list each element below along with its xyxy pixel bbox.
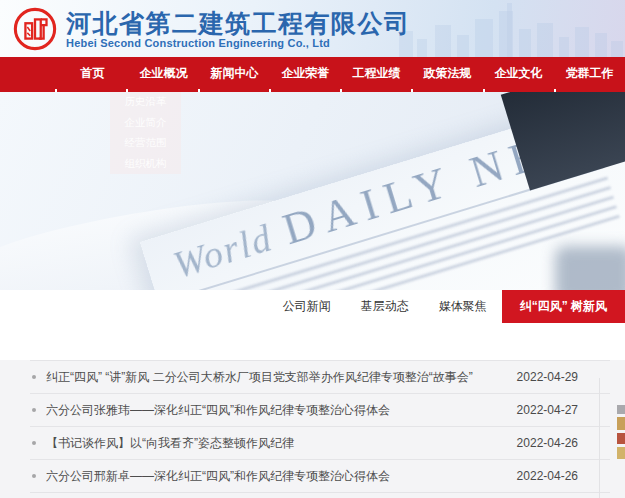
bullet-icon: [32, 474, 36, 478]
news-row: 【书记谈作风】以“向我看齐”姿态整顿作风纪律 2022-04-26: [30, 426, 610, 459]
nav-item[interactable]: 企业荣誉: [270, 57, 341, 89]
floating-widget-fragment[interactable]: [617, 405, 625, 459]
nav-item[interactable]: 政策法规: [412, 57, 483, 89]
news-row: 六分公司邢新卓——深化纠正“四风”和作风纪律专项整治心得体会 2022-04-2…: [30, 459, 610, 492]
nav-dropdown-company-profile: 历史沿革 企业简介 经营范围 组织机构: [110, 92, 181, 174]
news-title-link[interactable]: 六分公司邢新卓——深化纠正“四风”和作风纪律专项整治心得体会: [46, 468, 517, 485]
brand: 河北省第二建筑工程有限公司 Hebei Second Construction …: [0, 0, 625, 52]
news-row: 纠正“四风” “讲”新风 二分公司大桥水厂项目党支部举办作风纪律专项整治“故事会…: [30, 360, 610, 393]
bullet-icon: [32, 441, 36, 445]
news-title-link[interactable]: 【书记谈作风】以“向我看齐”姿态整顿作风纪律: [46, 435, 517, 452]
dropdown-item[interactable]: 组织机构: [110, 154, 181, 175]
nav-item[interactable]: 企业概况: [128, 57, 199, 89]
news-date: 2022-04-29: [517, 370, 610, 384]
nav-item[interactable]: 企业文化: [483, 57, 554, 89]
news-list: 纠正“四风” “讲”新风 二分公司大桥水厂项目党支部举办作风纪律专项整治“故事会…: [30, 360, 610, 498]
news-tab[interactable]: 纠“四风” 树新风: [502, 290, 625, 323]
news-tab[interactable]: 公司新闻: [268, 290, 346, 323]
nav-item[interactable]: 新闻中心: [199, 57, 270, 89]
news-list-area: 纠正“四风” “讲”新风 二分公司大桥水厂项目党支部举办作风纪律专项整治“故事会…: [0, 360, 625, 498]
nav-item[interactable]: 工程业绩: [341, 57, 412, 89]
widget-fragment-icon[interactable]: [617, 405, 625, 414]
news-date: 2022-04-26: [517, 436, 610, 450]
news-tab[interactable]: 媒体聚焦: [424, 290, 502, 323]
news-tab-strip: 公司新闻 基层动态 媒体聚焦 纠“四风” 树新风: [0, 290, 625, 323]
company-name-zh: 河北省第二建筑工程有限公司: [66, 10, 411, 37]
bullet-icon: [32, 375, 36, 379]
site-header: 河北省第二建筑工程有限公司 Hebei Second Construction …: [0, 0, 625, 57]
news-tab[interactable]: 基层动态: [346, 290, 424, 323]
company-logo[interactable]: [12, 6, 58, 52]
hero-banner: ...Set for This Week WorldDAILY NEWS 历史沿…: [0, 92, 625, 290]
page: 河北省第二建筑工程有限公司 Hebei Second Construction …: [0, 0, 625, 498]
dropdown-item[interactable]: 历史沿革: [110, 92, 181, 113]
news-date: 2022-04-26: [517, 469, 610, 483]
news-title-link[interactable]: 纠正“四风” “讲”新风 二分公司大桥水厂项目党支部举办作风纪律专项整治“故事会…: [46, 369, 517, 386]
news-title-link[interactable]: 六分公司张雅玮——深化纠正“四风”和作风纪律专项整治心得体会: [46, 402, 517, 419]
bullet-icon: [32, 408, 36, 412]
news-date: 2022-04-27: [517, 403, 610, 417]
widget-fragment-icon[interactable]: [617, 417, 625, 430]
dropdown-item[interactable]: 经营范围: [110, 133, 181, 154]
dropdown-item[interactable]: 企业简介: [110, 113, 181, 134]
nav-item[interactable]: 党群工作: [554, 57, 625, 89]
blurred-photo-fragment: [555, 246, 625, 290]
widget-fragment-icon[interactable]: [617, 433, 625, 444]
nav-items: 首页 企业概况 新闻中心 企业荣誉 工程业绩 政策法规 企业文化 党群工作: [0, 57, 625, 89]
news-row: 六分公司张雅玮——深化纠正“四风”和作风纪律专项整治心得体会 2022-04-2…: [30, 393, 610, 426]
news-row: 二分公司李智——深化纠正“四风”和作风纪律专项整治心得体会 2022-04-26: [30, 492, 610, 498]
widget-fragment-icon[interactable]: [617, 447, 625, 459]
company-name-en: Hebei Second Construction Engineering Co…: [66, 37, 411, 49]
nav-item[interactable]: 首页: [57, 57, 128, 89]
main-nav: 首页 企业概况 新闻中心 企业荣誉 工程业绩 政策法规 企业文化 党群工作: [0, 57, 625, 92]
content-right-border: [599, 378, 600, 498]
